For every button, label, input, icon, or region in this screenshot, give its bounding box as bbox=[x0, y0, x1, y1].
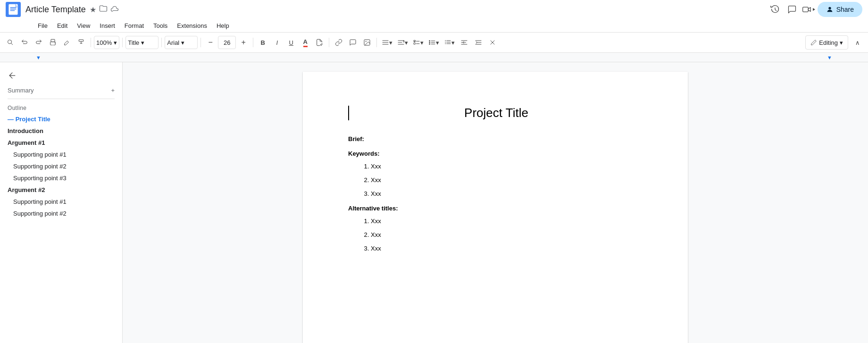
svg-point-16 bbox=[429, 40, 431, 42]
redo-button[interactable] bbox=[32, 35, 45, 50]
share-button[interactable]: Share bbox=[818, 2, 862, 17]
alt-titles-label: Alternative titles: bbox=[348, 205, 643, 212]
outline-item-supporting-2-2[interactable]: Supporting point #2 bbox=[0, 208, 118, 219]
menu-tools[interactable]: Tools bbox=[149, 21, 172, 31]
insert-image-button[interactable] bbox=[360, 35, 374, 50]
svg-point-17 bbox=[429, 42, 431, 43]
doc-area[interactable]: Project Title Brief: Keywords: Xxx Xxx X… bbox=[123, 62, 868, 343]
document-title[interactable]: Project Title bbox=[348, 106, 643, 120]
collapse-toolbar-button[interactable]: ∧ bbox=[851, 35, 864, 50]
sep5 bbox=[253, 38, 253, 47]
ruler-left-triangle: ▼ bbox=[36, 55, 41, 60]
alt-title-2[interactable]: Xxx bbox=[371, 231, 643, 238]
summary-add-icon[interactable]: + bbox=[111, 87, 115, 94]
toolbar: 100% ▾ Title ▾ Arial ▾ − + B I U A ▾ ▾ bbox=[0, 32, 868, 53]
brief-label: Brief: bbox=[348, 135, 643, 142]
increase-indent-button[interactable] bbox=[472, 35, 485, 50]
alt-title-1[interactable]: Xxx bbox=[371, 218, 643, 225]
zoom-value: 100% bbox=[96, 39, 112, 46]
doc-page[interactable]: Project Title Brief: Keywords: Xxx Xxx X… bbox=[303, 72, 688, 343]
sep1 bbox=[91, 38, 91, 47]
paint-format-button[interactable] bbox=[75, 35, 88, 50]
style-selector[interactable]: Title ▾ bbox=[125, 36, 159, 49]
font-selector[interactable]: Arial ▾ bbox=[165, 36, 198, 49]
increase-font-button[interactable]: + bbox=[237, 35, 250, 50]
svg-point-13 bbox=[366, 41, 367, 42]
summary-label: Summary bbox=[8, 87, 34, 94]
line-spacing-button[interactable]: ▾ bbox=[395, 35, 410, 50]
font-color-button[interactable]: A bbox=[299, 35, 312, 50]
menu-insert[interactable]: Insert bbox=[95, 21, 120, 31]
sidebar: Summary + Outline Project Title Introduc… bbox=[0, 62, 123, 343]
svg-rect-2 bbox=[10, 7, 17, 8]
svg-point-7 bbox=[8, 40, 12, 44]
undo-button[interactable] bbox=[18, 35, 31, 50]
menu-file[interactable]: File bbox=[33, 21, 52, 31]
svg-point-11 bbox=[54, 42, 55, 43]
font-value: Arial bbox=[167, 39, 179, 46]
outline-item-supporting-1-2[interactable]: Supporting point #2 bbox=[0, 160, 118, 172]
outline-item-supporting-1-1[interactable]: Supporting point #1 bbox=[0, 149, 118, 160]
highlight-button[interactable] bbox=[313, 35, 326, 50]
alt-titles-list: Xxx Xxx Xxx bbox=[371, 218, 643, 252]
keyword-3[interactable]: Xxx bbox=[371, 190, 643, 197]
outline-item-supporting-1-3[interactable]: Supporting point #3 bbox=[0, 172, 118, 184]
comment-button[interactable] bbox=[784, 1, 801, 18]
outline-item-argument2[interactable]: Argument #2 bbox=[0, 184, 118, 196]
zoom-chevron: ▾ bbox=[114, 39, 117, 46]
menu-help[interactable]: Help bbox=[212, 21, 234, 31]
doc-title[interactable]: Article Template bbox=[25, 5, 86, 15]
editing-label: Editing bbox=[819, 39, 838, 46]
menu-extensions[interactable]: Extensions bbox=[172, 21, 212, 31]
cloud-icon[interactable] bbox=[110, 4, 119, 15]
sep6 bbox=[329, 38, 329, 47]
spellcheck-button[interactable] bbox=[60, 35, 74, 50]
outline-item-introduction[interactable]: Introduction bbox=[0, 125, 118, 137]
outline-item-supporting-2-1[interactable]: Supporting point #1 bbox=[0, 196, 118, 208]
sep4 bbox=[200, 38, 201, 47]
italic-button[interactable]: I bbox=[270, 35, 284, 50]
folder-icon[interactable] bbox=[99, 4, 108, 15]
menu-edit[interactable]: Edit bbox=[52, 21, 72, 31]
link-button[interactable] bbox=[332, 35, 345, 50]
bold-button[interactable]: B bbox=[256, 35, 269, 50]
font-color-label: A bbox=[303, 38, 308, 47]
align-button[interactable]: ▾ bbox=[380, 35, 394, 50]
svg-rect-8 bbox=[51, 39, 55, 42]
clear-format-button[interactable] bbox=[486, 35, 499, 50]
numbered-list-button[interactable]: ▾ bbox=[442, 35, 457, 50]
summary-row[interactable]: Summary + bbox=[0, 84, 122, 97]
insert-comment-button[interactable] bbox=[346, 35, 359, 50]
menu-bar: File Edit View Insert Format Tools Exten… bbox=[0, 19, 868, 32]
decrease-indent-button[interactable] bbox=[458, 35, 471, 50]
keyword-1[interactable]: Xxx bbox=[371, 163, 643, 170]
underline-button[interactable]: U bbox=[284, 35, 298, 50]
star-icon[interactable]: ★ bbox=[90, 5, 96, 14]
outline-item-project-title[interactable]: Project Title bbox=[0, 113, 118, 125]
title-icons: ★ bbox=[90, 4, 119, 15]
zoom-selector[interactable]: 100% ▾ bbox=[94, 36, 119, 49]
outline-item-argument1[interactable]: Argument #1 bbox=[0, 137, 118, 149]
keyword-2[interactable]: Xxx bbox=[371, 176, 643, 184]
menu-format[interactable]: Format bbox=[120, 21, 149, 31]
keywords-list: Xxx Xxx Xxx bbox=[371, 163, 643, 197]
sidebar-back-button[interactable] bbox=[0, 67, 122, 84]
alt-title-3[interactable]: Xxx bbox=[371, 245, 643, 252]
print-button[interactable] bbox=[46, 35, 59, 50]
history-button[interactable] bbox=[767, 1, 784, 18]
editing-mode-button[interactable]: Editing ▾ bbox=[805, 35, 848, 50]
sep3 bbox=[161, 38, 162, 47]
video-button[interactable] bbox=[801, 1, 818, 18]
svg-point-18 bbox=[429, 43, 431, 45]
font-size-input[interactable] bbox=[218, 36, 236, 49]
share-label: Share bbox=[836, 6, 854, 13]
svg-rect-3 bbox=[10, 8, 17, 9]
checklist-button[interactable]: ▾ bbox=[411, 35, 426, 50]
menu-view[interactable]: View bbox=[72, 21, 95, 31]
decrease-font-button[interactable]: − bbox=[204, 35, 217, 50]
bullet-list-button[interactable]: ▾ bbox=[426, 35, 441, 50]
svg-rect-15 bbox=[414, 43, 415, 44]
style-value: Title bbox=[128, 39, 139, 46]
app-logo bbox=[6, 2, 21, 17]
search-button[interactable] bbox=[4, 35, 17, 50]
